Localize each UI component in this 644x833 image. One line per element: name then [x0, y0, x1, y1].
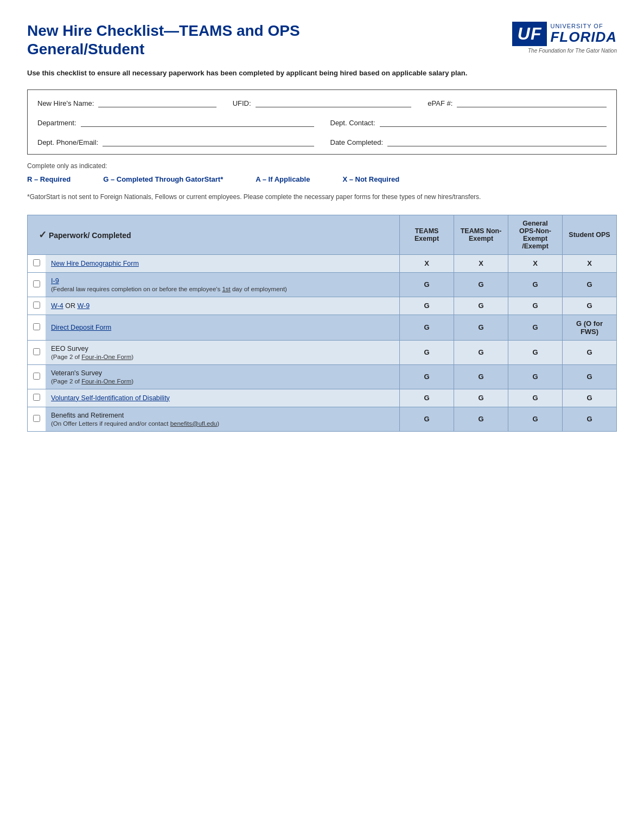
value-cell-teams_exempt: G: [400, 340, 454, 364]
checkbox-cell[interactable]: [28, 389, 46, 407]
value-cell-teams_exempt: X: [400, 254, 454, 272]
row-checkbox[interactable]: [33, 415, 40, 422]
paperwork-cell: Benefits and Retirement(On Offer Letters…: [46, 407, 400, 431]
value-cell-general_ops: G: [508, 272, 563, 297]
logo-florida-text: FLORIDA: [550, 29, 617, 45]
paperwork-sub: (Federal law requires completion on or b…: [51, 286, 394, 292]
paperwork-cell: EEO Survey(Page 2 of Four-in-One Form): [46, 340, 400, 364]
date-label: Date Completed:: [330, 138, 384, 146]
legend-required: R – Required: [27, 175, 71, 183]
paperwork-name: Benefits and Retirement: [51, 412, 124, 419]
ufid-label: UFID:: [233, 99, 251, 107]
paperwork-cell: New Hire Demographic Form: [46, 254, 400, 272]
checkbox-cell[interactable]: [28, 340, 46, 364]
value-cell-teams_nonexempt: G: [454, 340, 508, 364]
value-cell-teams_nonexempt: G: [454, 315, 508, 340]
table-row: I-9(Federal law requires completion on o…: [28, 272, 617, 297]
paperwork-sub: (On Offer Letters if required and/or con…: [51, 420, 394, 427]
value-cell-teams_exempt: G: [400, 315, 454, 340]
checkbox-cell[interactable]: [28, 407, 46, 431]
paperwork-name: Veteran's Survey: [51, 369, 102, 377]
paperwork-link[interactable]: Direct Deposit Form: [51, 324, 111, 331]
value-cell-teams_nonexempt: G: [454, 364, 508, 389]
row-checkbox[interactable]: [33, 373, 40, 380]
dept-contact-field: Dept. Contact:: [330, 117, 607, 127]
value-cell-general_ops: X: [508, 254, 563, 272]
value-cell-student_ops: G: [563, 297, 617, 315]
value-cell-teams_nonexempt: G: [454, 407, 508, 431]
paperwork-sub: (Page 2 of Four-in-One Form): [51, 354, 394, 360]
dept-field: Department:: [37, 117, 314, 127]
value-cell-teams_exempt: G: [400, 364, 454, 389]
dept-label: Department:: [37, 119, 76, 127]
value-cell-teams_exempt: G: [400, 407, 454, 431]
ufid-line: [256, 98, 412, 107]
complete-note: Complete only as indicated:: [27, 162, 617, 170]
uf-logo-box: UF: [512, 22, 547, 46]
uf-logo: UF UNIVERSITY of FLORIDA The Foundation …: [512, 22, 617, 54]
paperwork-cell: Direct Deposit Form: [46, 315, 400, 340]
value-cell-teams_nonexempt: G: [454, 389, 508, 407]
paperwork-link[interactable]: New Hire Demographic Form: [51, 260, 139, 267]
phone-label: Dept. Phone/Email:: [37, 138, 98, 146]
value-cell-general_ops: G: [508, 315, 563, 340]
table-row: Direct Deposit FormGGGG (O for FWS): [28, 315, 617, 340]
checkbox-cell[interactable]: [28, 315, 46, 340]
row-checkbox[interactable]: [33, 259, 40, 266]
value-cell-student_ops: G: [563, 364, 617, 389]
w4-link[interactable]: W-4: [51, 302, 63, 310]
epaf-label: ePAF #:: [428, 99, 452, 107]
value-cell-teams_exempt: G: [400, 297, 454, 315]
row-checkbox[interactable]: [33, 394, 40, 401]
row-checkbox[interactable]: [33, 323, 40, 330]
new-hire-line: [98, 98, 216, 107]
value-cell-student_ops: G: [563, 389, 617, 407]
header-student-ops: Student OPS: [563, 215, 617, 254]
logo-tagline: The Foundation for The Gator Nation: [528, 48, 617, 54]
legend-gatorstart: G – Completed Through GatorStart*: [103, 175, 223, 183]
page-header: New Hire Checklist—TEAMS and OPS General…: [27, 22, 617, 58]
dept-contact-label: Dept. Contact:: [330, 119, 375, 127]
value-cell-student_ops: G (O for FWS): [563, 315, 617, 340]
paperwork-cell: W-4 OR W-9: [46, 297, 400, 315]
dept-line: [81, 117, 314, 127]
checkbox-cell[interactable]: [28, 272, 46, 297]
row-checkbox[interactable]: [33, 302, 40, 309]
value-cell-student_ops: G: [563, 272, 617, 297]
new-hire-field: New Hire's Name:: [37, 98, 216, 107]
page-title: New Hire Checklist—TEAMS and OPS General…: [27, 22, 300, 58]
value-cell-student_ops: G: [563, 340, 617, 364]
paperwork-sub: (Page 2 of Four-in-One Form): [51, 378, 394, 385]
phone-field: Dept. Phone/Email:: [37, 137, 314, 146]
title-block: New Hire Checklist—TEAMS and OPS General…: [27, 22, 300, 58]
paperwork-cell: Veteran's Survey(Page 2 of Four-in-One F…: [46, 364, 400, 389]
header-general-ops: General OPS-Non-Exempt /Exempt: [508, 215, 563, 254]
table-row: W-4 OR W-9GGGG: [28, 297, 617, 315]
checkbox-cell[interactable]: [28, 364, 46, 389]
value-cell-teams_nonexempt: G: [454, 297, 508, 315]
epaf-line: [457, 98, 607, 107]
value-cell-general_ops: G: [508, 407, 563, 431]
header-paperwork: ✓ Paperwork/ Completed: [28, 215, 400, 254]
value-cell-teams_exempt: G: [400, 272, 454, 297]
row-checkbox[interactable]: [33, 280, 40, 287]
w9-link[interactable]: W-9: [77, 302, 90, 310]
new-hire-label: New Hire's Name:: [37, 99, 94, 107]
paperwork-cell: I-9(Federal law requires completion on o…: [46, 272, 400, 297]
checkbox-cell[interactable]: [28, 254, 46, 272]
table-row: EEO Survey(Page 2 of Four-in-One Form)GG…: [28, 340, 617, 364]
paperwork-link[interactable]: I-9: [51, 277, 59, 285]
checkbox-cell[interactable]: [28, 297, 46, 315]
gatorstart-note: *GatorStart is not sent to Foreign Natio…: [27, 192, 617, 202]
value-cell-general_ops: G: [508, 340, 563, 364]
header-teams-nonexempt: TEAMS Non-Exempt: [454, 215, 508, 254]
value-cell-student_ops: G: [563, 407, 617, 431]
value-cell-teams_nonexempt: G: [454, 272, 508, 297]
row-checkbox[interactable]: [33, 348, 40, 355]
paperwork-name: EEO Survey: [51, 345, 88, 353]
value-cell-general_ops: G: [508, 364, 563, 389]
ufid-field: UFID:: [233, 98, 412, 107]
legend-applicable: A – If Applicable: [256, 175, 310, 183]
table-row: New Hire Demographic FormXXXX: [28, 254, 617, 272]
paperwork-link[interactable]: Voluntary Self-Identification of Disabil…: [51, 394, 170, 402]
